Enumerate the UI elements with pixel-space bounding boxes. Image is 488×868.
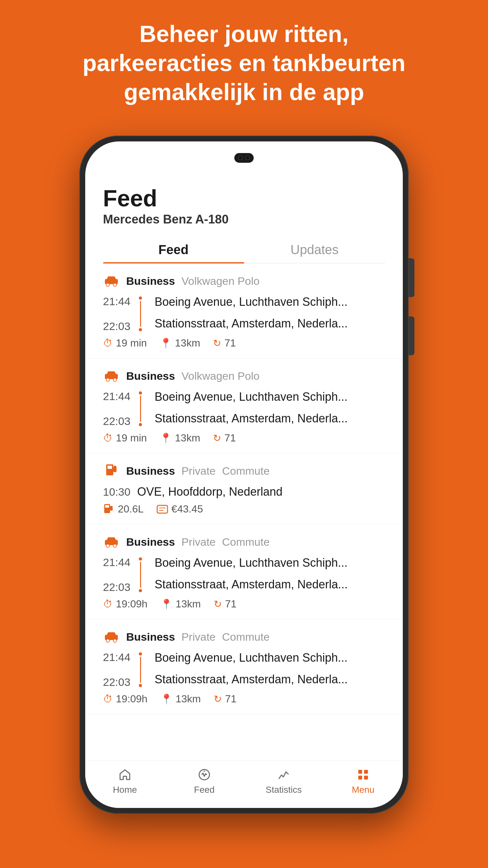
svg-point-23 [204,771,205,772]
feed-item-3[interactable]: Business Private Commute 21:44 22:03 [85,524,403,619]
nav-item-menu[interactable]: Menu [323,767,403,795]
tag-commute-2: Commute [222,465,269,477]
phone-screen: Feed Mercedes Benz A-180 Feed Updates [85,142,403,808]
svg-rect-27 [364,776,368,779]
feed-item-0[interactable]: Business Volkwagen Polo 21:44 22:03 [85,264,403,359]
end-time-1: 22:03 [103,415,132,428]
svg-point-4 [106,378,109,381]
end-address-4: Stationsstraat, Amsterdam, Nederla... [155,673,348,688]
fuel-icon-2 [103,462,120,479]
camera [234,153,254,163]
route-stats-1: ⏱ 19 min 📍 13km ↻ 71 [103,432,385,444]
start-address-4: Boeing Avenue, Luchthaven Schiph... [155,651,348,667]
score-icon-3: ↻ [214,598,222,610]
tab-bar: Feed Updates [103,236,385,264]
route-stats-4: ⏱ 19:09h 📍 13km ↻ 71 [103,693,385,705]
tag-business-4: Business [126,631,175,643]
car-icon-4 [103,628,120,645]
tag-commute-4: Commute [222,631,269,643]
tag-private-2: Private [182,465,216,477]
end-address-0: Stationsstraat, Amsterdam, Nederla... [155,317,348,333]
score-stat-3: ↻ 71 [214,598,236,610]
score-icon-0: ↻ [213,337,221,349]
clock-icon-4: ⏱ [103,693,112,705]
score-stat-4: ↻ 71 [214,693,236,705]
app-header: Feed Mercedes Benz A-180 [85,174,403,233]
pin-icon-1: 📍 [160,432,172,444]
nav-item-home[interactable]: Home [85,767,165,795]
score-stat-0: ↻ 71 [213,337,236,349]
svg-rect-11 [105,505,109,507]
clock-icon-1: ⏱ [103,433,112,444]
svg-point-1 [106,283,109,286]
end-time-4: 22:03 [103,676,132,688]
nav-label-menu: Menu [352,785,375,795]
fuel-time-2: 10:30 [103,486,132,498]
nav-label-feed: Feed [194,785,215,795]
tag-business-1: Business [126,370,175,382]
pin-icon-3: 📍 [160,598,172,610]
feed-item-header-2: Business Private Commute [103,462,385,479]
feed-item-2[interactable]: Business Private Commute 10:30 OVE, Hoof… [85,454,403,524]
nav-item-feed[interactable]: Feed [165,767,244,795]
tag-vehicle-1: Volkwagen Polo [182,370,259,382]
route-line-1 [137,390,143,428]
camera-dot-left [238,156,243,160]
nav-item-statistics[interactable]: Statistics [244,767,323,795]
menu-icon [356,767,370,782]
app-title: Feed [103,187,385,210]
svg-rect-7 [107,466,112,469]
tab-updates[interactable]: Updates [244,236,385,263]
feed-item-1[interactable]: Business Volkwagen Polo 21:44 22:03 [85,359,403,454]
route-stats-3: ⏱ 19:09h 📍 13km ↻ 71 [103,598,385,610]
score-stat-1: ↻ 71 [213,432,236,444]
start-time-4: 21:44 [103,651,132,663]
end-address-1: Stationsstraat, Amsterdam, Nederla... [155,412,348,428]
svg-point-17 [106,544,109,547]
car-icon-3 [103,533,120,550]
phone-mockup: Feed Mercedes Benz A-180 Feed Updates [79,135,409,814]
app-subtitle: Mercedes Benz A-180 [103,213,385,226]
route-stats-0: ⏱ 19 min 📍 13km ↻ 71 [103,337,385,349]
duration-stat-0: ⏱ 19 min [103,337,147,349]
pin-icon-4: 📍 [160,693,172,705]
headline: Beheer jouw ritten, parkeeracties en tan… [0,20,488,106]
svg-point-18 [113,544,117,547]
car-icon-1 [103,368,120,384]
svg-point-2 [113,283,117,286]
car-icon-0 [103,273,120,289]
tag-vehicle-0: Volkwagen Polo [182,275,259,287]
tag-commute-3: Commute [222,536,269,548]
clock-icon-0: ⏱ [103,338,112,349]
feed-item-4[interactable]: Business Private Commute 21:44 22:03 [85,619,403,714]
pin-icon-0: 📍 [160,337,172,349]
svg-rect-24 [358,770,362,774]
svg-rect-26 [358,776,362,779]
feed-item-header-4: Business Private Commute [103,628,385,645]
feed-item-header-0: Business Volkwagen Polo [103,273,385,289]
svg-point-20 [106,639,109,642]
camera-dot-right [245,156,250,160]
tag-private-4: Private [182,631,216,643]
score-icon-1: ↻ [213,432,221,444]
svg-point-21 [113,639,117,642]
feed-list: Business Volkwagen Polo 21:44 22:03 [85,264,403,761]
start-time-3: 21:44 [103,556,132,569]
score-icon-4: ↻ [214,693,222,705]
distance-stat-3: 📍 13km [160,598,201,610]
start-address-1: Boeing Avenue, Luchthaven Schiph... [155,390,348,406]
route-line-3 [137,556,143,593]
tag-private-3: Private [182,536,216,548]
clock-icon-3: ⏱ [103,599,112,610]
duration-stat-4: ⏱ 19:09h [103,693,148,705]
svg-rect-8 [113,466,117,472]
duration-stat-3: ⏱ 19:09h [103,598,148,610]
app-content: Feed Mercedes Benz A-180 Feed Updates [85,174,403,808]
tab-feed[interactable]: Feed [103,236,244,263]
feed-item-header-1: Business Volkwagen Polo [103,368,385,384]
svg-rect-9 [114,466,116,467]
end-time-3: 22:03 [103,581,132,593]
tag-business-2: Business [126,465,175,477]
nav-label-statistics: Statistics [266,785,302,795]
start-address-0: Boeing Avenue, Luchthaven Schiph... [155,295,348,311]
